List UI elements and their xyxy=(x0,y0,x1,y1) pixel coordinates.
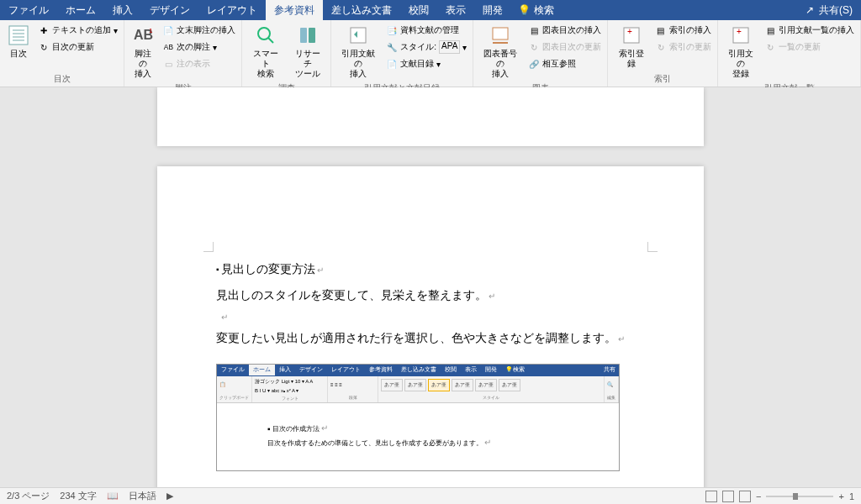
web-layout-icon[interactable] xyxy=(739,491,751,502)
update-toc-button[interactable]: ↻目次の更新 xyxy=(35,39,120,55)
tab-design[interactable]: デザイン xyxy=(141,0,198,20)
group-label-index: 索引 xyxy=(611,71,714,87)
emb-para: 段落 xyxy=(330,394,375,402)
emb-tab-references: 参考資料 xyxy=(365,365,397,375)
tab-home[interactable]: ホーム xyxy=(57,0,104,20)
svg-rect-0 xyxy=(9,26,28,45)
style-lbl: スタイル: xyxy=(400,41,436,53)
emb-doc-line: 目次を作成するための準備として、見出しを作成する必要があります。 xyxy=(267,436,568,449)
authorities-icon: + xyxy=(729,24,753,47)
status-words[interactable]: 234 文字 xyxy=(60,490,96,502)
emb-doc-heading: 目次の作成方法 xyxy=(267,422,568,436)
crop-mark-icon xyxy=(203,242,214,252)
tab-file[interactable]: ファイル xyxy=(0,0,57,20)
emb-style-4: あア亜 xyxy=(475,379,497,391)
show-notes-icon: ▭ xyxy=(162,58,174,70)
insert-index-button[interactable]: ▤索引の挿入 xyxy=(652,22,714,39)
toc-label: 目次 xyxy=(10,49,27,59)
cross-reference-button[interactable]: 🔗相互参照 xyxy=(526,55,604,72)
style-icon: 🔧 xyxy=(386,41,398,53)
update-tof-button: ↻図表目次の更新 xyxy=(526,39,604,55)
doc-empty-line[interactable] xyxy=(216,306,645,327)
embedded-titlebar: ファイル ホーム 挿入 デザイン レイアウト 参考資料 差し込み文書 校閲 表示… xyxy=(217,365,619,376)
emb-tab-layout: レイアウト xyxy=(327,365,365,375)
mark-index-button[interactable]: + 索引登録 xyxy=(611,22,651,71)
next-footnote-icon: AB xyxy=(162,41,174,53)
emb-tab-file: ファイル xyxy=(217,365,249,375)
style-value[interactable]: APA xyxy=(439,40,460,54)
tab-insert[interactable]: 挿入 xyxy=(104,0,141,20)
status-page[interactable]: 2/3 ページ xyxy=(7,490,50,502)
page-2[interactable]: 見出しの変更方法 見出しのスタイルを変更して、見栄えを整えます。 変更したい見出… xyxy=(157,166,704,487)
read-mode-icon[interactable] xyxy=(705,491,717,502)
footnote-icon: AB1 xyxy=(131,24,155,47)
status-lang[interactable]: 日本語 xyxy=(129,490,156,502)
tab-references[interactable]: 参考資料 xyxy=(266,0,323,20)
research-tools-button[interactable]: リサーチ ツール xyxy=(288,22,327,81)
caption-label: 図表番号の 挿入 xyxy=(480,49,520,79)
page-1-bottom xyxy=(157,87,704,146)
svg-text:1: 1 xyxy=(149,27,153,34)
svg-rect-9 xyxy=(300,28,307,43)
toa-label: 引用文献一覧の挿入 xyxy=(779,24,854,36)
tab-developer[interactable]: 開発 xyxy=(474,0,511,20)
group-label-toc: 目次 xyxy=(3,71,120,87)
update-toa-icon: ↻ xyxy=(764,41,776,53)
smart-lookup-button[interactable]: スマート 検索 xyxy=(246,22,285,81)
share-button[interactable]: 共有(S) xyxy=(819,3,853,18)
zoom-slider[interactable] xyxy=(766,496,833,497)
zoom-value[interactable]: 1 xyxy=(849,491,854,501)
document-area[interactable]: 見出しの変更方法 見出しのスタイルを変更して、見栄えを整えます。 変更したい見出… xyxy=(0,87,861,487)
emb-tab-mailings: 差し込み文書 xyxy=(397,365,441,375)
update-index-icon: ↻ xyxy=(655,41,667,53)
insert-citation-button[interactable]: 引用文献の 挿入 xyxy=(335,22,382,81)
print-layout-icon[interactable] xyxy=(722,491,734,502)
zoom-out-button[interactable]: − xyxy=(756,491,761,501)
add-text-button[interactable]: ✚テキストの追加 ▾ xyxy=(35,22,120,39)
spellcheck-icon[interactable]: 📖 xyxy=(107,491,119,501)
svg-rect-10 xyxy=(309,28,315,43)
research-icon xyxy=(296,24,320,47)
emb-tab-review: 校閲 xyxy=(441,365,461,375)
doc-line-1[interactable]: 見出しのスタイルを変更して、見栄えを整えます。 xyxy=(216,285,645,306)
toc-button[interactable]: 目次 xyxy=(3,22,34,60)
citation-style-select[interactable]: 🔧スタイル: APA ▾ xyxy=(383,39,469,55)
title-bar-right: ↗ 共有(S) xyxy=(806,3,861,18)
mark-citation-button[interactable]: + 引用文の 登録 xyxy=(721,22,760,81)
emb-styles-lbl: スタイル xyxy=(381,394,601,402)
caption-icon xyxy=(489,24,512,47)
zoom-in-button[interactable]: + xyxy=(838,491,843,501)
tab-review[interactable]: 校閲 xyxy=(400,0,437,20)
index-icon: + xyxy=(620,24,643,47)
footnote-label: 脚注の 挿入 xyxy=(131,49,155,79)
doc-heading[interactable]: 見出しの変更方法 xyxy=(216,259,645,280)
manage-sources-button[interactable]: 📑資料文献の管理 xyxy=(383,22,469,39)
next-footnote-button[interactable]: AB次の脚注 ▾ xyxy=(160,39,238,55)
document-content[interactable]: 見出しの変更方法 見出しのスタイルを変更して、見栄えを整えます。 変更したい見出… xyxy=(216,259,645,471)
crop-mark-icon xyxy=(647,242,658,252)
smart-lookup-label: スマート 検索 xyxy=(249,49,282,79)
doc-line-2[interactable]: 変更したい見出しが適用された行を選択し、色や大きさなどを調整します。 xyxy=(216,328,645,349)
bibliography-icon: 📄 xyxy=(386,58,398,70)
insert-caption-button[interactable]: 図表番号の 挿入 xyxy=(477,22,524,81)
tab-view[interactable]: 表示 xyxy=(437,0,474,20)
endnote-icon: 📄 xyxy=(162,24,174,36)
tab-layout[interactable]: レイアウト xyxy=(198,0,266,20)
tab-mailings[interactable]: 差し込み文書 xyxy=(323,0,400,20)
emb-tab-design: デザイン xyxy=(295,365,327,375)
insert-index-icon: ▤ xyxy=(655,24,667,36)
tell-me-search[interactable]: 💡 検索 xyxy=(511,0,561,20)
insert-footnote-button[interactable]: AB1 脚注の 挿入 xyxy=(128,22,158,81)
toa-icon: ▤ xyxy=(764,24,776,36)
index-label: 索引登録 xyxy=(615,49,647,69)
embedded-screenshot: ファイル ホーム 挿入 デザイン レイアウト 参考資料 差し込み文書 校閲 表示… xyxy=(216,364,620,471)
macro-icon[interactable]: ▶ xyxy=(166,491,173,501)
emb-style-2: あア亜 xyxy=(428,379,450,391)
insert-toa-button[interactable]: ▤引用文献一覧の挿入 xyxy=(762,22,857,39)
emb-tab-insert: 挿入 xyxy=(275,365,295,375)
insert-endnote-button[interactable]: 📄文末脚注の挿入 xyxy=(160,22,238,39)
bibliography-button[interactable]: 📄文献目録 ▾ xyxy=(383,55,469,72)
insert-tof-button[interactable]: ▤図表目次の挿入 xyxy=(526,22,604,39)
svg-rect-12 xyxy=(493,28,508,39)
update-index-label: 索引の更新 xyxy=(669,41,711,53)
